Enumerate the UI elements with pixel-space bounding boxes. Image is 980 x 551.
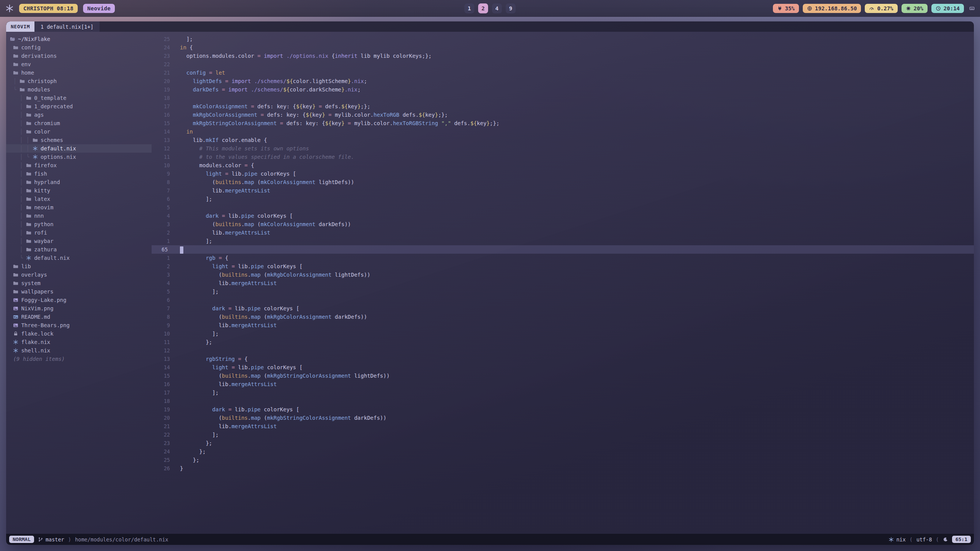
- tree-item[interactable]: │ 1_deprecated: [6, 102, 152, 111]
- code-line[interactable]: 3 (builtins.map (mkRgbColorAssignment li…: [152, 271, 974, 279]
- tree-item[interactable]: ╰ default.nix: [6, 254, 152, 262]
- tree-item[interactable]: env: [6, 60, 152, 68]
- code-line[interactable]: 8 (builtins.map (mkRgbColorAssignment da…: [152, 313, 974, 321]
- code-line[interactable]: 2 lib.mergeAttrsList: [152, 228, 974, 237]
- tree-item[interactable]: │ 0_template: [6, 94, 152, 102]
- code-line[interactable]: 18: [152, 397, 974, 405]
- code-line[interactable]: 12 # This module sets its own options: [152, 144, 974, 153]
- code-line[interactable]: 24in {: [152, 43, 974, 52]
- code-line[interactable]: 23 options.modules.color = import ./opti…: [152, 52, 974, 60]
- code-line[interactable]: 6: [152, 296, 974, 304]
- code-line[interactable]: 10 modules.color = {: [152, 161, 974, 170]
- tree-item[interactable]: overlays: [6, 271, 152, 279]
- code-line[interactable]: 11 # to the values specified in a colors…: [152, 153, 974, 161]
- tab-default-nix[interactable]: 1 default.nix[1+]: [34, 21, 100, 32]
- code-line[interactable]: 19 darkDefs = import ./schemes/${color.d…: [152, 85, 974, 94]
- tree-item[interactable]: shell.nix: [6, 346, 152, 355]
- tree-item[interactable]: │ ╰ options.nix: [6, 153, 152, 161]
- code-line[interactable]: 15 (builtins.map (mkRgbStringColorAssign…: [152, 372, 974, 380]
- tree-item[interactable]: │ latex: [6, 195, 152, 203]
- code-line[interactable]: 10 ];: [152, 329, 974, 338]
- statusline: NORMAL master ) home/modules/color/defau…: [6, 534, 974, 545]
- tree-item[interactable]: │ hyprland: [6, 178, 152, 186]
- code-line[interactable]: 23 };: [152, 439, 974, 447]
- tree-item[interactable]: README.md: [6, 313, 152, 321]
- tab-label: 1 default.nix[1+]: [41, 24, 93, 30]
- tree-item[interactable]: │ firefox: [6, 161, 152, 170]
- tree-item[interactable]: NixVim.png: [6, 304, 152, 313]
- code-line[interactable]: 24 };: [152, 447, 974, 456]
- code-line[interactable]: 3 (builtins.map (mkColorAssignment darkD…: [152, 220, 974, 228]
- code-line[interactable]: 4 dark = lib.pipe colorKeys [: [152, 212, 974, 220]
- code-line[interactable]: 21 lib.mergeAttrsList: [152, 422, 974, 430]
- tree-item[interactable]: │ fish: [6, 170, 152, 178]
- tree-item[interactable]: Foggy-Lake.png: [6, 296, 152, 304]
- tree-item[interactable]: (9 hidden items): [6, 355, 152, 363]
- code-line[interactable]: 25 ];: [152, 35, 974, 43]
- code-line[interactable]: 8 (builtins.map (mkColorAssignment light…: [152, 178, 974, 186]
- code-line[interactable]: 1 ];: [152, 237, 974, 245]
- tree-item[interactable]: │ kitty: [6, 186, 152, 195]
- code-line[interactable]: 12: [152, 346, 974, 355]
- tree-item[interactable]: │ color: [6, 127, 152, 136]
- code-line[interactable]: 14 in: [152, 127, 974, 136]
- code-line[interactable]: 7 dark = lib.pipe colorKeys [: [152, 304, 974, 313]
- code-line[interactable]: 20 (builtins.map (mkRgbStringColorAssign…: [152, 414, 974, 422]
- code-line[interactable]: 13 rgbString = {: [152, 355, 974, 363]
- code-line[interactable]: 11 };: [152, 338, 974, 346]
- workspace-2[interactable]: 2: [478, 3, 488, 13]
- code-line[interactable]: 19 dark = lib.pipe colorKeys [: [152, 405, 974, 414]
- tree-item[interactable]: derivations: [6, 52, 152, 60]
- workspace-4[interactable]: 4: [492, 3, 502, 13]
- code-line[interactable]: 17 ];: [152, 388, 974, 397]
- tree-item[interactable]: │ chromium: [6, 119, 152, 127]
- tree-item[interactable]: lib: [6, 262, 152, 271]
- code-line[interactable]: 22 ];: [152, 430, 974, 439]
- code-line[interactable]: 17 mkColorAssignment = defs: key: {${key…: [152, 102, 974, 111]
- code-line[interactable]: 21 config = let: [152, 68, 974, 77]
- code-line[interactable]: 7 lib.mergeAttrsList: [152, 186, 974, 195]
- tree-item[interactable]: │ neovim: [6, 203, 152, 212]
- tree-item[interactable]: │ nnn: [6, 212, 152, 220]
- tree-item[interactable]: flake.lock: [6, 329, 152, 338]
- code-line[interactable]: 25 };: [152, 456, 974, 464]
- tree-item[interactable]: │ python: [6, 220, 152, 228]
- code-line[interactable]: 20 lightDefs = import ./schemes/${color.…: [152, 77, 974, 85]
- code-line[interactable]: 4 lib.mergeAttrsList: [152, 279, 974, 287]
- code-line[interactable]: 1 rgb = {: [152, 254, 974, 262]
- code-line[interactable]: 14 light = lib.pipe colorKeys [: [152, 363, 974, 372]
- code-line[interactable]: 9 lib.mergeAttrsList: [152, 321, 974, 329]
- tree-item[interactable]: ╰ modules: [6, 85, 152, 94]
- workspace-1[interactable]: 1: [464, 3, 474, 13]
- code-line[interactable]: 16 lib.mergeAttrsList: [152, 380, 974, 388]
- tree-item[interactable]: wallpapers: [6, 287, 152, 296]
- code-line[interactable]: 5 ];: [152, 287, 974, 296]
- code-line[interactable]: 2 light = lib.pipe colorKeys [: [152, 262, 974, 271]
- code-line[interactable]: 22: [152, 60, 974, 68]
- tree-item[interactable]: │ │ schemes: [6, 136, 152, 144]
- code-line[interactable]: 26}: [152, 464, 974, 473]
- editor-buffer[interactable]: 25 ];24in {23 options.modules.color = im…: [152, 32, 974, 534]
- tree-item[interactable]: flake.nix: [6, 338, 152, 346]
- code-line[interactable]: 16 mkRgbColorAssignment = defs: key: {${…: [152, 111, 974, 119]
- code-line[interactable]: 65: [152, 245, 974, 254]
- indent-guide: │ ╰: [10, 154, 33, 160]
- tree-item[interactable]: │ waybar: [6, 237, 152, 245]
- tree-item[interactable]: ~/NixFlake: [6, 35, 152, 43]
- code-line[interactable]: 6 ];: [152, 195, 974, 203]
- tree-item[interactable]: home: [6, 68, 152, 77]
- code-line[interactable]: 9 light = lib.pipe colorKeys [: [152, 170, 974, 178]
- tree-item[interactable]: │ rofi: [6, 228, 152, 237]
- code-line[interactable]: 13 lib.mkIf color.enable {: [152, 136, 974, 144]
- tree-item[interactable]: │ │ default.nix: [6, 144, 152, 153]
- tree-item[interactable]: system: [6, 279, 152, 287]
- code-line[interactable]: 15 mkRgbStringColorAssignment = defs: ke…: [152, 119, 974, 127]
- tree-item[interactable]: Three-Bears.png: [6, 321, 152, 329]
- code-line[interactable]: 5: [152, 203, 974, 212]
- tree-item[interactable]: │ zathura: [6, 245, 152, 254]
- workspace-9[interactable]: 9: [506, 3, 516, 13]
- tree-item[interactable]: │ christoph: [6, 77, 152, 85]
- tree-item[interactable]: │ ags: [6, 111, 152, 119]
- tree-item[interactable]: config: [6, 43, 152, 52]
- code-line[interactable]: 18: [152, 94, 974, 102]
